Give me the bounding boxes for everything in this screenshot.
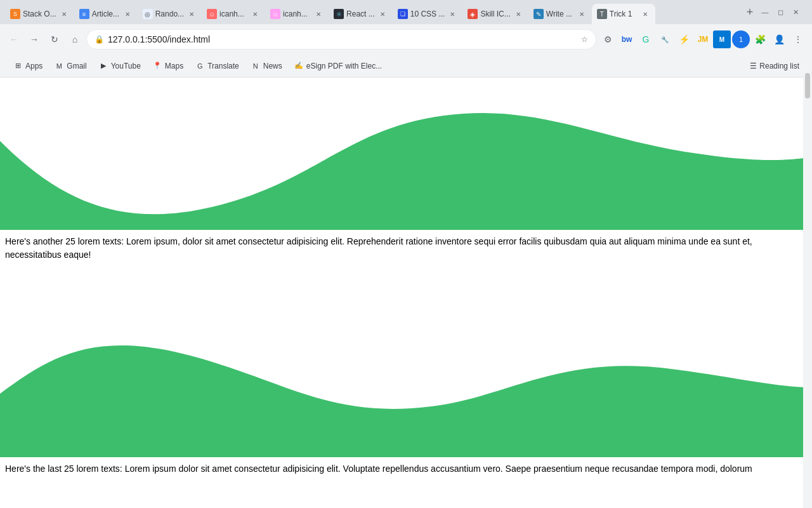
tab-article[interactable]: ≡ Article... ✕	[74, 4, 138, 24]
close-button[interactable]: ✕	[789, 6, 802, 18]
bookmark-translate[interactable]: G Translate	[190, 58, 244, 74]
tab-write[interactable]: ✎ Write ... ✕	[528, 4, 592, 24]
tab-close-stackoverflow[interactable]: ✕	[59, 9, 69, 19]
tab-favicon-article: ≡	[79, 9, 89, 19]
reading-list-button[interactable]: ☰ Reading list	[745, 59, 804, 73]
tab-random[interactable]: ◎ Rando... ✕	[138, 4, 202, 24]
profile-icon[interactable]: 👤	[770, 30, 788, 48]
bookmark-favicon-youtube: ▶	[98, 61, 108, 71]
tab-close-react[interactable]: ✕	[377, 9, 388, 19]
tab-label-10css: 10 CSS ...	[410, 10, 445, 18]
tab-favicon-stackoverflow: S	[10, 9, 20, 19]
bookmark-esign[interactable]: ✍ eSign PDF with Elec...	[289, 58, 387, 74]
tab-label-trick: Trick 1	[610, 10, 638, 18]
bookmarks-bar: ⊞ Apps M Gmail ▶ YouTube 📍 Maps G Transl…	[0, 55, 812, 77]
bookmark-news[interactable]: N News	[246, 58, 287, 74]
tab-favicon-trick: T	[597, 9, 607, 19]
first-wave-section	[0, 77, 812, 230]
bitwarden-icon[interactable]: bw	[618, 30, 636, 48]
back-button[interactable]: ←	[5, 30, 23, 48]
jm-icon[interactable]: JM	[694, 30, 712, 48]
second-wave-section	[0, 305, 812, 457]
tab-favicon-skill: ◈	[468, 9, 478, 19]
reload-button[interactable]: ↻	[46, 30, 63, 48]
tab-icanh2[interactable]: ☺ icanh... ✕	[265, 4, 329, 24]
bookmark-apps[interactable]: ⊞ Apps	[8, 58, 48, 74]
browser-chrome: S Stack O... ✕ ≡ Article... ✕ ◎ Rando...…	[0, 0, 812, 77]
tab-favicon-icanh2: ☺	[270, 9, 280, 19]
tab-label-skill: Skill IC...	[480, 10, 510, 18]
tab-label-article: Article...	[92, 10, 120, 18]
puzzle-icon[interactable]: 🧩	[751, 30, 769, 48]
scrollbar-thumb[interactable]	[805, 73, 810, 98]
bookmark-label-gmail: Gmail	[67, 62, 86, 70]
bookmark-favicon-news: N	[251, 61, 261, 71]
tab-close-trick[interactable]: ✕	[640, 9, 650, 19]
new-tab-button[interactable]: +	[741, 3, 759, 21]
tab-favicon-write: ✎	[534, 9, 544, 19]
tab-stackoverflow[interactable]: S Stack O... ✕	[5, 4, 74, 24]
tab-favicon-10css: ❏	[398, 9, 408, 19]
tab-close-10css[interactable]: ✕	[447, 9, 457, 19]
tab-close-icanh2[interactable]: ✕	[313, 9, 324, 19]
tab-trick[interactable]: T Trick 1 ✕	[592, 4, 655, 24]
menu-icon[interactable]: ⋮	[789, 30, 807, 48]
bookmark-label-apps: Apps	[25, 62, 43, 70]
bookmark-maps[interactable]: 📍 Maps	[147, 58, 188, 74]
tab-bar: S Stack O... ✕ ≡ Article... ✕ ◎ Rando...…	[0, 0, 812, 24]
tab-label-icanh2: icanh...	[283, 10, 311, 18]
ext2-icon[interactable]: ⚡	[675, 30, 693, 48]
bookmark-favicon-maps: 📍	[152, 61, 162, 71]
tab-label-stackoverflow: Stack O...	[23, 10, 56, 18]
extensions-icon[interactable]: ⚙	[599, 30, 617, 48]
star-icon[interactable]: ☆	[581, 35, 588, 44]
first-wave-svg	[0, 77, 812, 230]
grammarly-icon[interactable]: G	[637, 30, 655, 48]
address-actions: ☆	[581, 35, 588, 44]
bookmark-favicon-gmail: M	[54, 61, 64, 71]
bookmark-favicon-esign: ✍	[294, 61, 304, 71]
tab-close-skill[interactable]: ✕	[513, 9, 523, 19]
tab-label-react: React ...	[346, 10, 375, 18]
home-button[interactable]: ⌂	[66, 30, 84, 48]
bookmark-label-youtube: YouTube	[111, 62, 141, 70]
second-wave-svg	[0, 305, 812, 457]
tab-close-random[interactable]: ✕	[187, 9, 197, 19]
address-text: 127.0.0.1:5500/index.html	[108, 34, 577, 44]
bookmark-label-translate: Translate	[207, 62, 239, 70]
address-bar[interactable]: 🔒 127.0.0.1:5500/index.html ☆	[86, 29, 596, 50]
tab-favicon-icanh1: ☺	[207, 9, 217, 19]
ext3-icon[interactable]: 1	[732, 30, 750, 48]
maximize-button[interactable]: ◻	[774, 6, 787, 18]
bookmark-label-news: News	[263, 62, 282, 70]
reading-list-label: Reading list	[759, 62, 799, 70]
text-block-1: Here's another 25 lorem texts: Lorem ips…	[0, 230, 812, 267]
bookmark-label-esign: eSign PDF with Elec...	[306, 62, 382, 70]
ext1-icon[interactable]: 🔧	[656, 30, 674, 48]
scrollbar-track[interactable]	[803, 72, 812, 481]
tab-skill[interactable]: ◈ Skill IC... ✕	[462, 4, 528, 24]
tab-label-icanh1: icanh...	[219, 10, 247, 18]
window-controls: — ◻ ✕	[759, 6, 807, 18]
tab-close-icanh1[interactable]: ✕	[250, 9, 260, 19]
tab-react[interactable]: ⚛ React ... ✕	[329, 4, 393, 24]
bookmark-favicon-apps: ⊞	[13, 61, 23, 71]
reading-list-icon: ☰	[750, 62, 757, 70]
tab-close-article[interactable]: ✕	[122, 9, 133, 19]
toolbar-icons: ⚙ bw G 🔧 ⚡ JM M 1 🧩 👤 ⋮	[599, 30, 807, 48]
text-paragraph-2: Here's the last 25 lorem texts: Lorem ip…	[5, 462, 807, 476]
bookmark-youtube[interactable]: ▶ YouTube	[93, 58, 146, 74]
ms-icon[interactable]: M	[713, 30, 731, 48]
tab-favicon-react: ⚛	[334, 9, 344, 19]
tab-icanh1[interactable]: ☺ icanh... ✕	[202, 4, 265, 24]
minimize-button[interactable]: —	[759, 6, 771, 18]
lock-icon: 🔒	[95, 35, 104, 44]
tab-close-write[interactable]: ✕	[577, 9, 587, 19]
tab-label-random: Rando...	[155, 10, 184, 18]
page-content: Here's another 25 lorem texts: Lorem ips…	[0, 77, 812, 481]
text-paragraph-1: Here's another 25 lorem texts: Lorem ips…	[5, 235, 807, 262]
bookmark-gmail[interactable]: M Gmail	[49, 58, 91, 74]
tab-10css[interactable]: ❏ 10 CSS ... ✕	[393, 4, 463, 24]
tab-label-write: Write ...	[546, 10, 574, 18]
forward-button[interactable]: →	[25, 30, 43, 48]
